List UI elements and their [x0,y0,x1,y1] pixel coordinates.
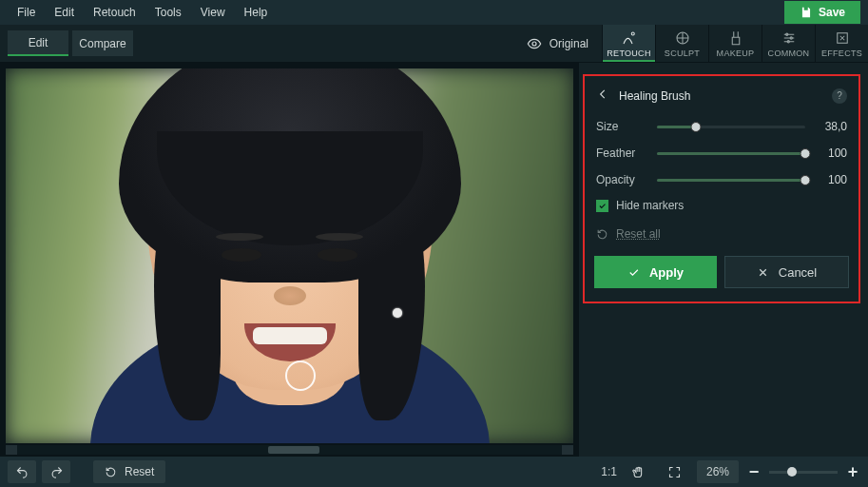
revert-icon [105,466,117,478]
close-icon [757,266,769,279]
fit-hand-button[interactable] [625,460,653,483]
menu-file[interactable]: File [8,2,45,23]
reset-icon [596,228,608,241]
undo-button[interactable] [8,460,36,483]
eye-icon [527,36,542,51]
fit-screen-button[interactable] [661,460,689,483]
original-toggle[interactable]: Original [513,25,602,62]
original-label: Original [550,37,588,50]
menu-view[interactable]: View [191,2,235,23]
svg-point-0 [532,42,536,46]
reset-button[interactable]: Reset [93,460,165,483]
save-button[interactable]: Save [784,1,860,24]
category-retouch[interactable]: RETOUCH [602,25,655,62]
one-to-one-button[interactable]: 1:1 [601,465,617,478]
menu-tools[interactable]: Tools [145,2,191,23]
healing-brush-panel: Healing Brush ? Size 38,0 Feather 100 Op… [583,74,860,303]
feather-value: 100 [815,146,847,160]
menu-retouch[interactable]: Retouch [84,2,145,23]
size-slider[interactable] [657,121,805,132]
apply-button[interactable]: Apply [594,256,717,288]
check-icon [627,266,640,279]
redo-button[interactable] [42,460,70,483]
photo-preview [6,68,573,443]
category-effects[interactable]: EFFECTS [815,25,868,62]
svg-point-1 [631,32,634,35]
chevron-left-icon [596,88,609,101]
size-label: Size [596,120,647,133]
category-common[interactable]: COMMON [762,25,815,62]
back-button[interactable] [596,88,609,104]
zoom-percent[interactable]: 26% [697,460,739,483]
hide-markers-label: Hide markers [616,199,684,212]
zoom-out-button[interactable]: − [746,462,762,482]
sculpt-icon [674,29,691,47]
brush-cursor [285,360,316,391]
side-panel: Healing Brush ? Size 38,0 Feather 100 Op… [579,63,868,457]
undo-icon [15,465,29,479]
category-sculpt[interactable]: SCULPT [655,25,708,62]
makeup-icon [727,29,744,47]
menu-help[interactable]: Help [235,2,278,23]
image-canvas[interactable] [6,68,573,443]
cancel-button[interactable]: Cancel [724,256,849,288]
tab-edit[interactable]: Edit [8,30,68,56]
save-icon [800,6,813,19]
category-makeup[interactable]: MAKEUP [708,25,762,62]
retouch-icon [621,29,638,47]
fit-icon [667,465,682,479]
reset-all-link[interactable]: Reset all [594,218,849,250]
zoom-slider[interactable] [769,466,838,477]
size-value: 38,0 [815,120,847,133]
opacity-label: Opacity [596,173,647,186]
feather-slider[interactable] [657,147,805,159]
menu-edit[interactable]: Edit [45,2,84,23]
save-label: Save [819,6,845,19]
hide-markers-checkbox[interactable]: Hide markers [594,193,849,218]
opacity-slider[interactable] [657,174,805,185]
hand-icon [631,465,646,479]
panel-title: Healing Brush [619,89,690,103]
menu-bar: File Edit Retouch Tools View Help Save [0,0,868,25]
sliders-icon [781,29,798,47]
tab-compare[interactable]: Compare [72,30,133,56]
feather-label: Feather [596,146,647,160]
checkbox-icon [596,200,608,212]
help-button[interactable]: ? [832,88,847,104]
canvas-area [0,63,579,457]
bottom-bar: Reset 1:1 26% − + [0,457,868,487]
zoom-in-button[interactable]: + [845,462,860,482]
effects-icon [834,29,851,47]
opacity-value: 100 [815,173,847,186]
horizontal-scrollbar[interactable] [6,445,573,455]
redo-icon [49,465,64,479]
toolbar: Edit Compare Original RETOUCH SCULPT MAK… [0,25,868,63]
